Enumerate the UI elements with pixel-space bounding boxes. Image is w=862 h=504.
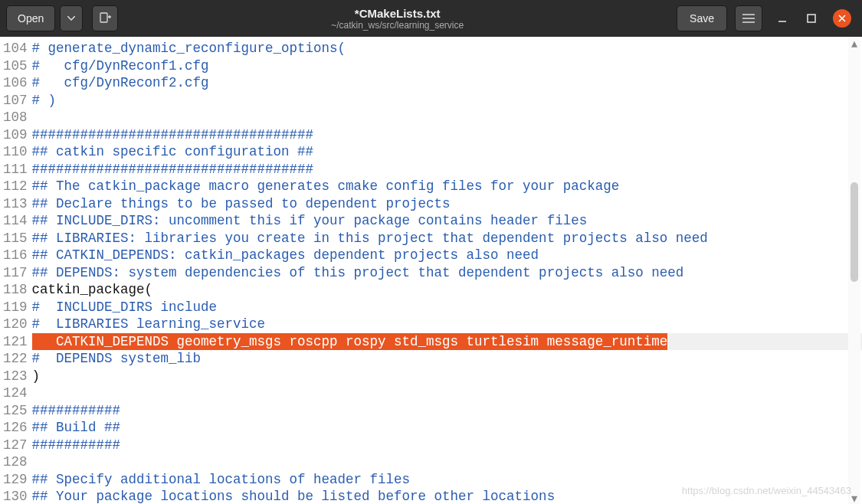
code-line[interactable]: # DEPENDS system_lib	[32, 350, 862, 368]
hamburger-menu-button[interactable]	[735, 5, 762, 31]
code-line[interactable]: ## The catkin_package macro generates cm…	[32, 178, 862, 195]
titlebar: Open *CMakeLists.txt ~/catkin_ws/src/lea…	[0, 0, 862, 37]
code-text: ## The catkin_package macro generates cm…	[32, 178, 620, 195]
maximize-button[interactable]	[804, 11, 819, 26]
line-number: 115	[3, 230, 28, 247]
line-number: 127	[3, 437, 28, 454]
line-number: 107	[3, 92, 28, 110]
line-number: 121	[3, 333, 28, 351]
close-icon	[838, 15, 846, 22]
line-number: 118	[3, 281, 28, 299]
code-text: ## Build ##	[32, 419, 121, 437]
code-line[interactable]: catkin_package(	[32, 281, 862, 299]
code-text: ###################################	[32, 161, 314, 178]
code-text: ###########	[32, 402, 121, 420]
window-controls	[775, 9, 851, 28]
line-number: 124	[3, 385, 28, 402]
line-number: 112	[3, 178, 28, 195]
code-text: # cfg/DynReconf2.cfg	[32, 74, 209, 92]
line-number: 125	[3, 402, 28, 420]
code-line[interactable]: ## INCLUDE_DIRS: uncomment this if your …	[32, 212, 862, 230]
code-line[interactable]	[32, 385, 862, 402]
title-area: *CMakeLists.txt ~/catkin_ws/src/learning…	[123, 7, 672, 31]
line-number-gutter: 1041051061071081091101111121131141151161…	[0, 37, 32, 504]
code-text: ###################################	[32, 126, 314, 144]
minimize-icon	[778, 14, 787, 23]
code-text: CATKIN_DEPENDS geometry_msgs roscpp rosp…	[32, 333, 668, 351]
line-number: 110	[3, 143, 28, 161]
code-line[interactable]: # cfg/DynReconf1.cfg	[32, 57, 862, 75]
code-line[interactable]: # generate_dynamic_reconfigure_options(	[32, 40, 862, 57]
line-number: 108	[3, 109, 28, 126]
code-line[interactable]: ## catkin specific configuration ##	[32, 143, 862, 161]
code-text: ## catkin specific configuration ##	[32, 143, 314, 161]
code-line[interactable]: )	[32, 368, 862, 385]
line-number: 126	[3, 419, 28, 437]
line-number: 105	[3, 57, 28, 75]
code-text: )	[32, 368, 41, 385]
scrollbar-thumb[interactable]	[851, 182, 858, 282]
code-line[interactable]: # LIBRARIES learning_service	[32, 316, 862, 333]
vertical-scrollbar[interactable]: ▴ ▾	[848, 37, 860, 504]
code-line[interactable]: ## Build ##	[32, 419, 862, 437]
code-text: ## Declare things to be passed to depend…	[32, 195, 451, 213]
code-line[interactable]: # )	[32, 92, 862, 110]
code-text: # INCLUDE_DIRS include	[32, 299, 218, 316]
code-text: ###########	[32, 437, 121, 454]
line-number: 111	[3, 161, 28, 178]
line-number: 122	[3, 350, 28, 368]
line-number: 120	[3, 316, 28, 333]
line-number: 113	[3, 195, 28, 213]
maximize-icon	[807, 14, 816, 23]
svg-rect-0	[100, 13, 107, 22]
window-title: *CMakeLists.txt	[355, 7, 441, 20]
line-number: 114	[3, 212, 28, 230]
code-line[interactable]: ###########	[32, 402, 862, 420]
code-area[interactable]: # generate_dynamic_reconfigure_options(#…	[32, 37, 862, 504]
open-dropdown-button[interactable]	[60, 5, 83, 31]
code-line[interactable]: CATKIN_DEPENDS geometry_msgs roscpp rosp…	[32, 333, 862, 351]
new-tab-button[interactable]	[92, 5, 118, 31]
code-text: ## INCLUDE_DIRS: uncomment this if your …	[32, 212, 588, 230]
code-line[interactable]: # INCLUDE_DIRS include	[32, 299, 862, 316]
chevron-down-icon	[67, 16, 75, 21]
line-number: 104	[3, 40, 28, 57]
code-line[interactable]: ###################################	[32, 126, 862, 144]
code-text: ## LIBRARIES: libraries you create in th…	[32, 230, 708, 247]
editor[interactable]: 1041051061071081091101111121131141151161…	[0, 37, 862, 504]
new-document-icon	[99, 12, 111, 25]
line-number: 128	[3, 453, 28, 471]
code-line[interactable]: ## CATKIN_DEPENDS: catkin_packages depen…	[32, 247, 862, 264]
watermark: https://blog.csdn.net/weixin_44543463	[682, 485, 851, 496]
hamburger-icon	[742, 14, 755, 23]
code-line[interactable]	[32, 453, 862, 471]
code-line[interactable]	[32, 109, 862, 126]
line-number: 106	[3, 74, 28, 92]
code-text: # cfg/DynReconf1.cfg	[32, 57, 209, 75]
code-text: # generate_dynamic_reconfigure_options(	[32, 40, 346, 57]
code-line[interactable]: ## DEPENDS: system dependencies of this …	[32, 264, 862, 282]
svg-rect-1	[808, 15, 815, 22]
code-line[interactable]: ## Declare things to be passed to depend…	[32, 195, 862, 213]
code-text: ## Your package locations should be list…	[32, 488, 556, 504]
code-text: ## Specify additional locations of heade…	[32, 471, 411, 489]
scroll-up-icon[interactable]: ▴	[848, 37, 860, 49]
line-number: 123	[3, 368, 28, 385]
save-button[interactable]: Save	[677, 5, 727, 31]
line-number: 130	[3, 488, 28, 504]
close-button[interactable]	[833, 9, 851, 28]
code-line[interactable]: # cfg/DynReconf2.cfg	[32, 74, 862, 92]
line-number: 116	[3, 247, 28, 264]
line-number: 119	[3, 299, 28, 316]
minimize-button[interactable]	[775, 11, 790, 26]
code-line[interactable]: ## LIBRARIES: libraries you create in th…	[32, 230, 862, 247]
code-text: ## DEPENDS: system dependencies of this …	[32, 264, 684, 282]
line-number: 109	[3, 126, 28, 144]
code-line[interactable]: ###########	[32, 437, 862, 454]
code-text: # DEPENDS system_lib	[32, 350, 202, 368]
line-number: 129	[3, 471, 28, 489]
window-subtitle: ~/catkin_ws/src/learning_service	[331, 20, 464, 31]
code-text: catkin_package(	[32, 281, 153, 299]
open-button[interactable]: Open	[6, 5, 55, 31]
code-line[interactable]: ###################################	[32, 161, 862, 178]
